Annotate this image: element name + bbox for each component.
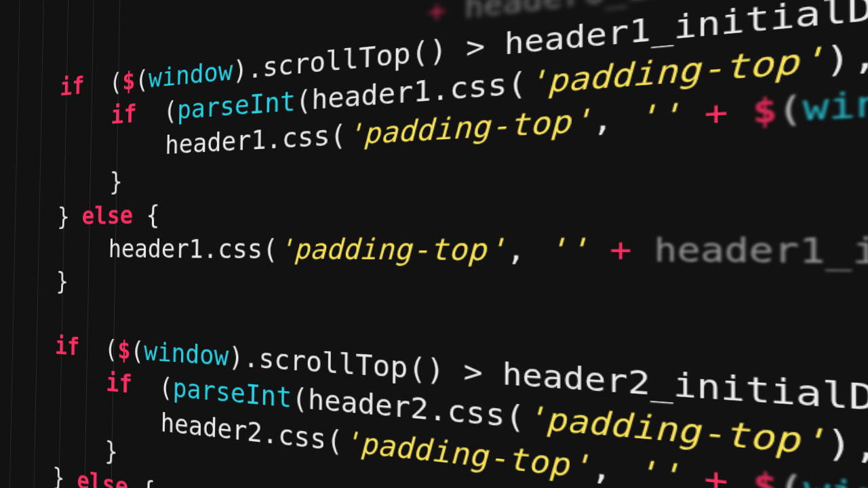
code-token: + [704,91,752,134]
code-token: , [591,448,635,488]
code-token: { [133,199,160,230]
code-token: '' [546,230,588,268]
code-token: ), [825,32,868,81]
code-token: if [60,70,85,101]
code-token: + [610,230,654,270]
code-token [680,456,704,488]
code-token: else [81,200,133,230]
code-token: } [57,201,82,230]
code-token: if [106,367,132,399]
code-token: $ [753,463,778,488]
code-token: ( [132,369,173,403]
code-token: ( [777,87,803,130]
code-token: '' [635,452,681,488]
code-token: ), [826,422,868,472]
code-token: $ [122,65,136,96]
code-token [7,297,19,325]
code-token: 'padding-top' [278,231,507,268]
code-token: if [55,331,80,362]
code-token [588,230,610,269]
code-token: header1_initialPadding [654,226,868,278]
code-token: ( [130,336,144,367]
code-token: if [111,98,137,129]
code-lines: + header0_initialPadding + 'px');if ($(w… [0,0,868,488]
code-token: ( [79,333,118,365]
code-token: window [804,468,868,488]
code-token: } [56,266,69,296]
code-token: $ [753,89,778,131]
code-token: } [52,462,77,488]
code-token: window [803,77,868,129]
code-token: } [104,435,118,466]
code-token: header1.css( [108,232,279,265]
code-surface[interactable]: + header0_initialPadding + 'px');if ($(w… [0,0,868,488]
code-token: ( [84,66,123,99]
code-token: ( [778,466,804,488]
code-token: window [144,336,229,373]
code-token: $ [117,335,131,365]
code-token: '' [635,96,681,137]
code-token: + [427,0,465,29]
code-token: , [592,99,635,140]
code-token: } [109,167,123,197]
code-token: ( [135,64,149,95]
editor-viewport: + header0_initialPadding + 'px');if ($(w… [0,0,868,488]
code-token [681,94,705,135]
code-token: { [128,472,155,488]
code-token: + [704,458,753,488]
code-token: , [506,231,547,268]
code-token: ( [136,95,177,128]
